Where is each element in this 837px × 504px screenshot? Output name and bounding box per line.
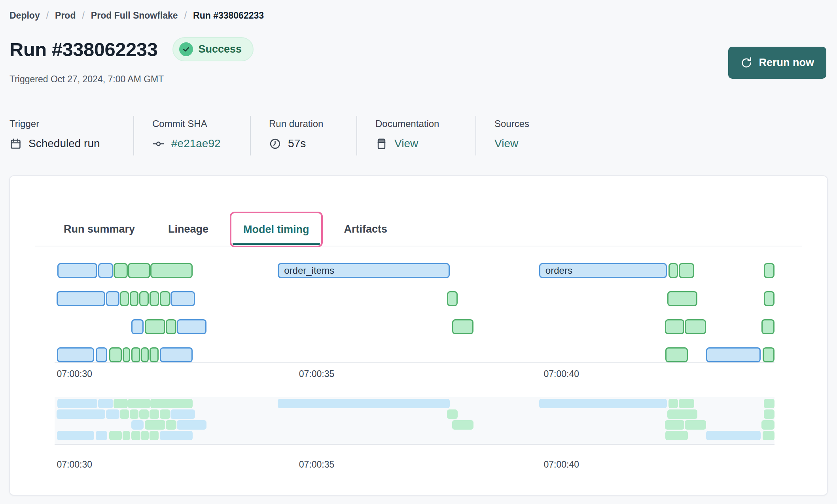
minimap-bar xyxy=(128,399,150,408)
model-bar[interactable] xyxy=(160,347,193,362)
meta-value-sources[interactable]: View xyxy=(494,137,529,150)
meta-label: Run duration xyxy=(269,118,338,129)
model-bar[interactable] xyxy=(706,347,761,362)
model-bar[interactable] xyxy=(150,347,159,362)
meta-label: Trigger xyxy=(9,118,115,129)
axis-tick-07-00-30: 07:00:30 xyxy=(57,369,92,379)
model-bar[interactable] xyxy=(141,347,148,362)
model-bar[interactable] xyxy=(109,347,122,362)
tab-model-timing[interactable]: Model timing xyxy=(230,212,322,247)
model-bar[interactable] xyxy=(106,291,119,306)
model-bar[interactable] xyxy=(668,263,678,278)
model-bar[interactable] xyxy=(57,291,105,306)
meta-value-commit-sha[interactable]: #e21ae92 xyxy=(152,137,232,150)
meta-run-duration: Run duration57s xyxy=(250,116,356,155)
tab-artifacts[interactable]: Artifacts xyxy=(332,212,400,246)
model-bar[interactable] xyxy=(98,263,113,278)
model-bar[interactable] xyxy=(130,291,138,306)
minimap-bar xyxy=(667,409,697,419)
rerun-now-button[interactable]: Rerun now xyxy=(728,47,827,79)
model-bar[interactable] xyxy=(764,263,775,278)
model-bar[interactable] xyxy=(114,263,127,278)
model-bar[interactable] xyxy=(764,291,775,306)
meta-value-text: #e21ae92 xyxy=(171,137,221,150)
model-bar[interactable] xyxy=(150,263,193,278)
breadcrumb-item-run-338062233: Run #338062233 xyxy=(193,10,264,21)
model-bar[interactable] xyxy=(131,347,140,362)
model-bar[interactable] xyxy=(128,263,150,278)
minimap-bar xyxy=(170,409,195,419)
model-bar[interactable] xyxy=(667,291,697,306)
model-bar[interactable] xyxy=(170,291,195,306)
meta-label: Sources xyxy=(494,118,529,129)
timing-row-1: order_itemsorders xyxy=(55,263,775,278)
minimap-bar xyxy=(665,431,687,440)
breadcrumb-item-deploy[interactable]: Deploy xyxy=(9,10,40,21)
minimap-bar xyxy=(539,399,667,408)
meta-value-run-duration: 57s xyxy=(269,137,338,150)
model-bar[interactable] xyxy=(447,291,458,306)
model-bar[interactable] xyxy=(57,263,97,278)
minimap-bar xyxy=(668,399,678,408)
model-bar[interactable] xyxy=(120,291,129,306)
timing-row-2 xyxy=(55,291,775,306)
model-bar-orders[interactable]: orders xyxy=(539,263,667,278)
model-bar[interactable] xyxy=(679,263,694,278)
calendar-icon xyxy=(9,138,22,150)
clock-icon xyxy=(269,138,281,150)
model-bar[interactable] xyxy=(761,319,775,334)
minimap-bar xyxy=(96,431,107,440)
minimap-bar xyxy=(160,409,170,419)
meta-value-text: View xyxy=(494,137,518,150)
model-bar[interactable] xyxy=(96,347,107,362)
minimap-bar xyxy=(114,399,127,408)
minimap-bar xyxy=(139,409,149,419)
minimap-bar xyxy=(141,431,148,440)
meta-value-trigger: Scheduled run xyxy=(9,137,115,150)
meta-label: Documentation xyxy=(375,118,457,129)
minimap-bar xyxy=(145,420,166,430)
minimap-bar xyxy=(679,399,694,408)
model-bar[interactable] xyxy=(452,319,474,334)
breadcrumb-separator: / xyxy=(46,10,49,21)
minimap-bar xyxy=(123,431,130,440)
model-bar[interactable] xyxy=(160,291,170,306)
model-bar[interactable] xyxy=(131,319,144,334)
rerun-now-label: Rerun now xyxy=(759,57,814,69)
minimap-bar xyxy=(761,420,775,430)
breadcrumb-separator: / xyxy=(82,10,84,21)
minimap-bar xyxy=(131,420,144,430)
status-badge: Success xyxy=(172,37,254,61)
minimap-bar xyxy=(131,431,140,440)
model-bar-order-items[interactable]: order_items xyxy=(278,263,450,278)
tab-lineage[interactable]: Lineage xyxy=(156,212,220,246)
model-bar[interactable] xyxy=(57,347,94,362)
model-bar[interactable] xyxy=(177,319,206,334)
minimap-bar xyxy=(764,409,775,419)
model-bar[interactable] xyxy=(145,319,166,334)
timing-row-3 xyxy=(55,319,775,334)
success-check-icon xyxy=(179,42,193,56)
model-bar-label: order_items xyxy=(279,265,334,276)
breadcrumb-item-prod[interactable]: Prod xyxy=(55,10,76,21)
model-bar[interactable] xyxy=(665,319,684,334)
model-bar[interactable] xyxy=(139,291,149,306)
model-bar[interactable] xyxy=(763,347,775,362)
model-bar[interactable] xyxy=(665,347,687,362)
meta-sources: SourcesView xyxy=(475,116,547,155)
minimap-bar xyxy=(452,420,474,430)
breadcrumb-item-prod-full-snowflake[interactable]: Prod Full Snowflake xyxy=(91,10,178,21)
minimap-axis-tick-07-00-35: 07:00:35 xyxy=(299,459,335,470)
meta-value-documentation[interactable]: View xyxy=(375,137,457,150)
meta-value-text: View xyxy=(394,137,418,150)
minimap-bar xyxy=(109,431,122,440)
model-bar[interactable] xyxy=(123,347,130,362)
minimap-bar xyxy=(98,399,113,408)
meta-label: Commit SHA xyxy=(152,118,232,129)
model-bar[interactable] xyxy=(150,291,159,306)
model-bar[interactable] xyxy=(166,319,176,334)
tab-run-summary[interactable]: Run summary xyxy=(52,212,147,246)
meta-commit-sha: Commit SHA#e21ae92 xyxy=(133,116,250,155)
model-bar[interactable] xyxy=(685,319,706,334)
axis-tick-07-00-35: 07:00:35 xyxy=(299,369,335,379)
